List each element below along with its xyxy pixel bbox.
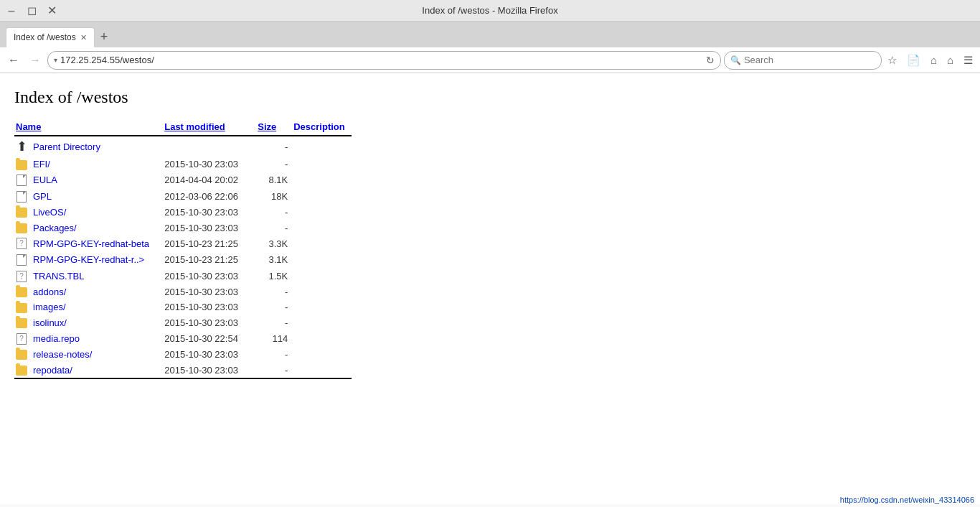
file-name-cell: images/ <box>32 299 163 315</box>
unknown-icon: ? <box>17 238 27 249</box>
file-link[interactable]: media.repo <box>33 333 80 344</box>
search-icon: 🔍 <box>730 55 741 65</box>
file-date-cell: 2015-10-30 23:03 <box>163 284 256 300</box>
home-button[interactable]: ⌂ <box>944 52 956 68</box>
menu-button[interactable]: ☰ <box>961 52 976 68</box>
file-size-cell: - <box>256 362 292 378</box>
folder-icon <box>16 303 27 313</box>
close-button[interactable]: ✕ <box>47 6 56 15</box>
watermark: https://blog.csdn.net/weixin_43314066 <box>834 493 980 504</box>
file-date-cell: 2015-10-30 23:03 <box>163 220 256 236</box>
table-row: GPL2012-03-06 22:0618K <box>14 188 352 205</box>
maximize-button[interactable]: ◻ <box>27 6 36 15</box>
search-bar-container: 🔍 <box>724 51 882 70</box>
file-icon-cell: ? <box>14 236 32 252</box>
file-date-cell: 2012-03-06 22:06 <box>163 188 256 205</box>
file-icon-cell <box>14 362 32 378</box>
file-name-cell: EFI/ <box>32 157 163 172</box>
forward-button[interactable]: → <box>26 52 44 68</box>
file-icon-cell <box>14 157 32 172</box>
col-header-date[interactable]: Last modified <box>163 118 256 136</box>
minimize-button[interactable]: – <box>7 6 16 15</box>
file-desc-cell <box>292 172 352 189</box>
unknown-icon: ? <box>17 271 27 282</box>
file-desc-cell <box>292 236 352 252</box>
file-icon-cell <box>14 220 32 236</box>
file-size-cell: 1.5K <box>256 268 292 284</box>
window-title: Index of /westos - Mozilla Firefox <box>65 5 915 16</box>
col-header-name[interactable]: Name <box>14 118 163 136</box>
file-date-cell: 2015-10-30 23:03 <box>163 205 256 220</box>
file-desc-cell <box>292 362 352 378</box>
file-name-cell: EULA <box>32 172 163 189</box>
reader-view-button[interactable]: 📄 <box>904 52 923 68</box>
file-link[interactable]: TRANS.TBL <box>33 271 85 282</box>
file-desc-cell <box>292 315 352 331</box>
file-desc-cell <box>292 188 352 205</box>
table-row: LiveOS/2015-10-30 23:03- <box>14 205 352 220</box>
file-name-cell: RPM-GPG-KEY-redhat-beta <box>32 236 163 252</box>
file-desc-cell <box>292 330 352 347</box>
file-icon-cell <box>14 188 32 205</box>
table-row: release-notes/2015-10-30 23:03- <box>14 347 352 363</box>
file-link[interactable]: RPM-GPG-KEY-redhat-r..> <box>33 254 144 265</box>
file-link[interactable]: GPL <box>33 191 52 202</box>
file-link[interactable]: addons/ <box>33 287 66 297</box>
file-desc-cell <box>292 205 352 220</box>
sort-date-link[interactable]: Last modified <box>164 121 225 132</box>
file-link[interactable]: EFI/ <box>33 159 50 169</box>
file-link[interactable]: Parent Directory <box>33 141 100 152</box>
download-button[interactable]: ⌂ <box>928 52 940 68</box>
unknown-icon: ? <box>17 333 27 345</box>
address-input[interactable] <box>60 55 703 65</box>
file-name-cell: LiveOS/ <box>32 205 163 220</box>
file-size-cell: 3.1K <box>256 251 292 268</box>
file-link[interactable]: LiveOS/ <box>33 207 66 218</box>
table-row: images/2015-10-30 23:03- <box>14 299 352 315</box>
titlebar: – ◻ ✕ Index of /westos - Mozilla Firefox <box>0 0 980 22</box>
sort-name-link[interactable]: Name <box>16 121 41 132</box>
bookmark-star-button[interactable]: ☆ <box>885 52 900 68</box>
col-header-desc: Description <box>292 118 352 136</box>
file-size-cell: - <box>256 220 292 236</box>
file-link[interactable]: isolinux/ <box>33 317 67 328</box>
file-date-cell: 2015-10-30 23:03 <box>163 347 256 363</box>
file-link[interactable]: Packages/ <box>33 223 77 233</box>
table-row: ⬆Parent Directory- <box>14 136 352 157</box>
file-link[interactable]: images/ <box>33 302 66 312</box>
doc-icon <box>17 254 27 266</box>
file-link[interactable]: repodata/ <box>33 365 72 376</box>
file-size-cell: - <box>256 136 292 157</box>
file-date-cell: 2015-10-23 21:25 <box>163 251 256 268</box>
file-desc-cell <box>292 220 352 236</box>
folder-icon <box>16 223 27 233</box>
new-tab-button[interactable]: + <box>96 29 113 45</box>
page-title: Index of /westos <box>14 88 966 107</box>
file-size-cell: 3.3K <box>256 236 292 252</box>
table-row: RPM-GPG-KEY-redhat-r..>2015-10-23 21:253… <box>14 251 352 268</box>
file-name-cell: addons/ <box>32 284 163 300</box>
file-list: ⬆Parent Directory-EFI/2015-10-30 23:03-E… <box>14 136 352 378</box>
tab-close-button[interactable]: ✕ <box>80 33 87 42</box>
folder-icon <box>16 160 27 170</box>
search-input[interactable] <box>744 55 875 65</box>
refresh-button[interactable]: ↻ <box>706 55 715 66</box>
file-link[interactable]: RPM-GPG-KEY-redhat-beta <box>33 238 149 249</box>
col-header-size[interactable]: Size <box>256 118 292 136</box>
file-link[interactable]: release-notes/ <box>33 349 92 360</box>
file-link[interactable]: EULA <box>33 175 57 185</box>
file-size-cell: - <box>256 347 292 363</box>
sort-size-link[interactable]: Size <box>258 121 276 132</box>
file-desc-cell <box>292 251 352 268</box>
file-size-cell: - <box>256 205 292 220</box>
file-date-cell: 2015-10-30 23:03 <box>163 362 256 378</box>
folder-icon <box>16 287 27 297</box>
file-date-cell: 2015-10-30 23:03 <box>163 299 256 315</box>
tab-bar: Index of /westos ✕ + <box>0 22 980 47</box>
active-tab[interactable]: Index of /westos ✕ <box>6 27 95 47</box>
file-name-cell: isolinux/ <box>32 315 163 331</box>
back-button[interactable]: ← <box>4 52 23 68</box>
address-dropdown-icon[interactable]: ▾ <box>54 56 57 64</box>
file-desc-cell <box>292 347 352 363</box>
folder-icon <box>16 366 27 376</box>
